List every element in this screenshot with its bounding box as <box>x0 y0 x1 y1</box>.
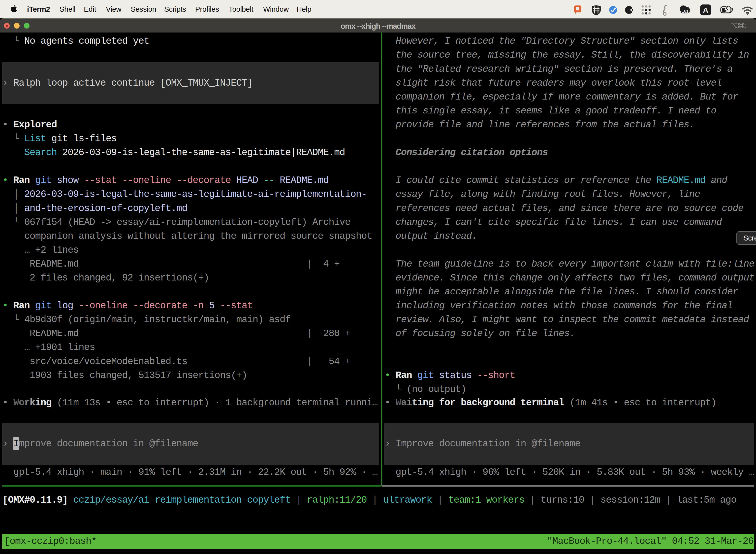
svg-text:1: 1 <box>744 22 746 29</box>
svg-text:..61: ..61 <box>682 9 689 13</box>
svg-text:A: A <box>703 6 708 14</box>
